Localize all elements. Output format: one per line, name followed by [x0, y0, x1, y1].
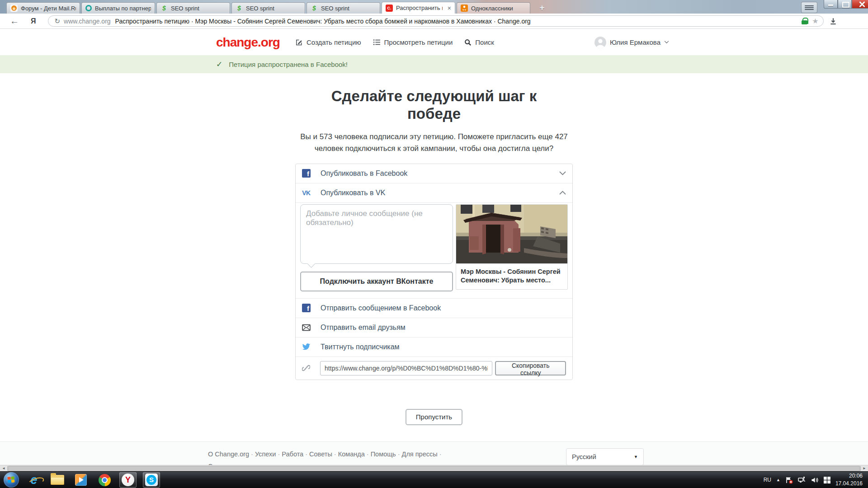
taskbar-yandex-browser[interactable]: Y	[119, 472, 137, 488]
yandex-logo[interactable]: Я	[31, 17, 36, 25]
skip-button[interactable]: Пропустить	[406, 409, 462, 425]
ie-icon: e	[30, 474, 37, 486]
tab-close-icon[interactable]: ×	[446, 5, 451, 12]
email-icon	[302, 324, 311, 331]
url-field[interactable]: ↻ www.change.org Распространить петицию …	[48, 15, 824, 27]
chevron-down-icon	[664, 41, 669, 44]
odnoklassniki-icon	[461, 5, 468, 12]
tray-expand-icon[interactable]: ▲	[776, 478, 780, 482]
avatar	[594, 37, 606, 48]
vk-connect-button[interactable]: Подключить аккаунт ВКонтакте	[300, 272, 453, 291]
taskbar-explorer[interactable]	[49, 472, 66, 488]
tab-seo-sprint-2[interactable]: $ SEO sprint	[231, 2, 305, 14]
petition-preview: Мэр Москвы - Собянин Сергей Семенович: У…	[456, 204, 568, 290]
window-close-button[interactable]	[852, 0, 868, 9]
clock-date: 17.04.2016	[835, 480, 863, 488]
window-maximize-button[interactable]	[838, 0, 852, 9]
footer-link-victories[interactable]: Успехи	[249, 450, 276, 458]
taskbar-media-player[interactable]	[72, 472, 90, 488]
keyboard-language-indicator[interactable]: RU	[764, 477, 771, 483]
scrollbar-thumb[interactable]	[8, 466, 860, 471]
bookmark-star-icon[interactable]: ★	[812, 17, 818, 25]
nav-browse-petitions[interactable]: Просмотреть петиции	[373, 38, 453, 46]
user-menu[interactable]: Юлия Ермакова	[594, 37, 669, 48]
tab-seo-sprint-3[interactable]: $ SEO sprint	[307, 2, 380, 14]
footer-link-about[interactable]: О Change.org	[208, 450, 249, 458]
petition-photo	[456, 205, 567, 263]
window-minimize-button[interactable]	[824, 0, 838, 9]
tab-title: Одноклассники	[471, 5, 526, 12]
page-subtitle: Вы и 573 человека подписали эту петицию.…	[292, 131, 576, 155]
footer-link-team[interactable]: Команда	[332, 450, 365, 458]
media-player-icon	[75, 474, 87, 486]
vk-share-panel: Подключить аккаунт ВКонтакте	[296, 203, 572, 299]
twitter-icon	[302, 343, 311, 351]
share-email-row[interactable]: Отправить email друзьям	[296, 318, 572, 338]
copy-link-button[interactable]: Скопировать ссылку	[495, 361, 566, 375]
action-flag-icon[interactable]	[785, 476, 793, 484]
downloads-icon[interactable]	[829, 17, 837, 25]
secure-lock-icon	[802, 18, 807, 25]
main-content: Сделайте следующий шаг к победе Вы и 573…	[0, 88, 868, 425]
taskbar-chrome[interactable]	[96, 472, 113, 488]
address-bar: ← Я ↻ www.change.org Распространить пети…	[0, 14, 868, 29]
scroll-left-button[interactable]: ◄	[0, 466, 8, 471]
nav-create-petition[interactable]: Создать петицию	[295, 38, 361, 46]
footer-link-help[interactable]: Помощь	[365, 450, 396, 458]
share-vk-row[interactable]: VK Опубликовать в VK	[296, 183, 572, 203]
tab-seo-sprint-1[interactable]: $ SEO sprint	[156, 2, 230, 14]
screen: Форум - Дети Mail.Ru Выплаты по партнерс…	[0, 0, 868, 488]
window-controls	[824, 0, 868, 9]
footer-link-guides[interactable]: Советы	[303, 450, 332, 458]
page-viewport: change.org Создать петицию Просмотреть п…	[0, 29, 868, 488]
skype-icon: S	[145, 474, 158, 486]
share-facebook-label: Опубликовать в Facebook	[321, 169, 407, 178]
taskbar-internet-explorer[interactable]: e	[25, 472, 42, 488]
success-banner: ✓ Петиция распространена в Facebook!	[0, 55, 868, 73]
vk-message-input[interactable]	[300, 204, 453, 264]
petition-link-input[interactable]	[320, 361, 492, 375]
seo-sprint-icon: $	[160, 5, 168, 12]
tab-share-petition-active[interactable]: C. Распространить пети ×	[382, 2, 455, 14]
tab-odnoklassniki[interactable]: Одноклассники	[457, 2, 530, 14]
share-card: f Опубликовать в Facebook VK Опубликоват…	[295, 164, 573, 380]
scroll-right-button[interactable]: ►	[860, 466, 868, 471]
tab-mail-ru-forum[interactable]: Форум - Дети Mail.Ru	[6, 2, 80, 14]
tab-title: SEO sprint	[246, 5, 301, 12]
banner-text: Петиция распространена в Facebook!	[229, 61, 348, 68]
horizontal-scrollbar[interactable]: ◄ ►	[0, 465, 868, 471]
volume-icon[interactable]	[811, 477, 819, 483]
tweet-label: Твиттнуть подписчикам	[321, 343, 400, 351]
footer-link-careers[interactable]: Работа	[276, 450, 303, 458]
list-icon	[373, 38, 381, 46]
url-host: www.change.org	[64, 18, 111, 25]
action-center-icon[interactable]	[824, 477, 830, 483]
seo-sprint-icon: $	[311, 5, 318, 12]
taskbar-skype[interactable]: S	[143, 472, 160, 488]
language-select[interactable]: Русский ▼	[566, 448, 644, 465]
browser-menu-button[interactable]	[801, 2, 817, 13]
tab-partner-payments[interactable]: Выплаты по партнерс	[81, 2, 155, 14]
teal-ring-icon	[85, 5, 92, 11]
nav-search[interactable]: Поиск	[464, 38, 494, 46]
chevron-up-icon	[559, 191, 566, 195]
check-icon: ✓	[216, 60, 222, 69]
reload-icon[interactable]: ↻	[55, 17, 61, 25]
mail-ru-bear-icon	[10, 5, 18, 12]
footer-link-press[interactable]: Для прессы	[396, 450, 438, 458]
link-icon	[302, 364, 310, 372]
changeorg-logo[interactable]: change.org	[216, 35, 280, 50]
taskbar-clock[interactable]: 20:06 17.04.2016	[835, 472, 863, 488]
start-button[interactable]	[4, 472, 19, 488]
tab-title: Форум - Дети Mail.Ru	[21, 5, 76, 12]
share-fb-message-row[interactable]: f Отправить сообщением в Facebook	[296, 299, 572, 318]
share-tweet-row[interactable]: Твиттнуть подписчикам	[296, 338, 572, 357]
petition-caption: Мэр Москвы - Собянин Сергей Семенович: У…	[456, 263, 567, 289]
tab-title: Распространить пети	[396, 5, 443, 11]
share-facebook-row[interactable]: f Опубликовать в Facebook	[296, 164, 572, 183]
share-vk-label: Опубликовать в VK	[321, 189, 385, 197]
language-value: Русский	[572, 453, 596, 460]
back-button[interactable]: ←	[10, 16, 19, 26]
new-tab-button[interactable]: +	[535, 3, 549, 13]
network-icon[interactable]	[798, 476, 806, 483]
